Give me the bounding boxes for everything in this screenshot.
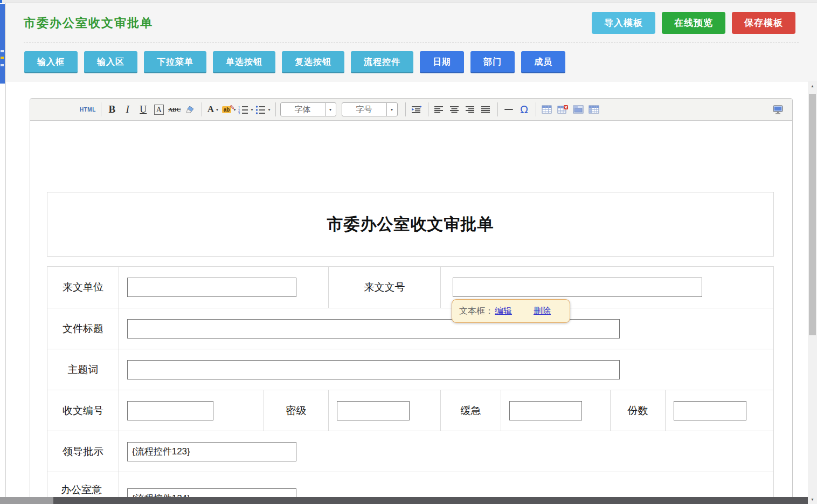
remove-format-eraser-icon[interactable] [184,102,197,117]
editor-toolbar: HTML B I U A ABC A ▾ [30,99,792,121]
control-radio-button[interactable]: 单选按钮 [213,51,275,73]
underline-button[interactable]: U [137,102,150,117]
page: 市委办公室收文审批单 导入模板 在线预览 保存模板 输入框 输入区 下拉菜单 单… [5,3,817,504]
tooltip-label: 文本框： [459,306,494,317]
control-department-button[interactable]: 部门 [470,51,515,73]
insert-table-button[interactable] [541,102,553,117]
page-title: 市委办公室收文审批单 [24,15,153,31]
horizontal-rule-button[interactable] [502,102,515,117]
scroll-up-arrow-icon[interactable]: ▲ [808,81,817,91]
control-textarea-button[interactable]: 输入区 [84,51,137,73]
strikethrough-button[interactable]: ABC [168,102,181,117]
page-header: 市委办公室收文审批单 导入模板 在线预览 保存模板 输入框 输入区 下拉菜单 单… [6,3,817,82]
italic-button[interactable]: I [121,102,134,117]
highlight-color-button[interactable]: ab✎ ▾ [222,102,236,117]
align-justify-button[interactable] [480,102,493,117]
table-row: 来文单位 来文文号 [47,267,773,308]
label-leader-instructions: 领导批示 [47,431,119,472]
control-checkbox-button[interactable]: 复选按钮 [282,51,344,73]
cell [119,390,264,431]
label-urgency: 缓急 [441,390,501,431]
ordered-list-button[interactable]: 1 2 3 ▾ [238,102,253,117]
table-row: 收文编号 密级 缓急 份数 [47,390,773,431]
online-preview-button[interactable]: 在线预览 [662,12,725,34]
label-source-unit: 来文单位 [47,267,119,308]
save-template-button[interactable]: 保存模板 [732,12,795,34]
form-control-buttons: 输入框 输入区 下拉菜单 单选按钮 复选按钮 流程控件 日期 部门 成员 [24,51,565,73]
cell [119,308,773,349]
unordered-list-button[interactable]: ▾ [255,102,270,117]
table-row: 文件标题 [47,308,773,349]
control-input-box-button[interactable]: 输入框 [24,51,78,73]
align-left-button[interactable] [433,102,446,117]
control-date-button[interactable]: 日期 [420,51,464,73]
font-color-button[interactable]: A ▾ [206,102,219,117]
keywords-input[interactable] [127,360,620,379]
label-document-title: 文件标题 [47,308,119,349]
table-properties-button[interactable] [572,102,585,117]
richtext-editor: HTML B I U A ABC A ▾ [30,98,793,504]
ordered-list-icon: 1 2 3 [238,105,248,114]
vertical-scrollbar[interactable]: ▲ ▼ [808,81,817,504]
control-flow-widget-button[interactable]: 流程控件 [351,51,413,73]
edit-link[interactable]: 编辑 [495,306,512,317]
bold-button[interactable]: B [106,102,119,117]
table-icon [542,105,552,114]
cell [501,390,611,431]
label-copies: 份数 [611,390,666,431]
field-action-tooltip: 文本框： 编辑 删除 [452,299,570,323]
special-character-button[interactable]: Ω [518,102,531,117]
dashed-divider [24,42,799,43]
header-actions: 导入模板 在线预览 保存模板 [592,12,795,34]
receipt-number-input[interactable] [127,401,213,420]
svg-text:3: 3 [238,112,240,114]
screen: 市委办公室收文审批单 导入模板 在线预览 保存模板 输入框 输入区 下拉菜单 单… [0,0,817,504]
cell-properties-button[interactable] [587,102,600,117]
source-code-button[interactable]: HTML [80,102,96,117]
align-left-icon [434,106,444,113]
scrollbar-thumb[interactable] [809,94,816,335]
label-secrecy-level: 密级 [264,390,329,431]
label-document-number: 来文文号 [329,267,441,308]
document-number-input[interactable] [453,278,702,297]
font-attributes-button[interactable]: A [153,102,165,117]
document-title-row: 市委办公室收文审批单 [47,192,774,257]
delete-link[interactable]: 删除 [534,306,551,317]
cell [329,390,441,431]
scroll-down-arrow-icon[interactable]: ▼ [808,494,817,504]
urgency-input[interactable] [509,401,582,420]
select-arrow-button[interactable]: ▾ [325,103,336,116]
strip-mark [1,64,4,66]
font-size-select[interactable]: 字号 ▾ [342,102,398,116]
highlight-ab-icon: ab✎ [222,106,232,113]
chevron-down-icon: ▾ [329,107,331,112]
indent-button[interactable] [410,102,423,117]
font-family-select[interactable]: 字体 ▾ [280,102,336,116]
secrecy-level-input[interactable] [337,401,410,420]
monitor-icon [773,105,783,114]
toolbar-separator [536,102,536,116]
cell [119,431,773,472]
copies-input[interactable] [674,401,746,420]
chevron-down-icon: ▾ [216,107,218,112]
cell [119,349,773,390]
source-unit-input[interactable] [127,278,296,297]
align-center-button[interactable] [448,102,461,117]
fullscreen-button[interactable] [771,102,784,117]
horizontal-rule-icon [504,109,513,110]
table-delete-icon [557,105,568,114]
import-template-button[interactable]: 导入模板 [592,12,655,34]
strip-mark [1,50,4,52]
table-grid-icon [588,105,599,114]
align-right-button[interactable] [464,102,477,117]
select-arrow-button[interactable]: ▾ [386,103,397,116]
control-member-button[interactable]: 成员 [521,51,565,73]
control-dropdown-button[interactable]: 下拉菜单 [144,51,206,73]
leader-instructions-input[interactable] [127,442,296,461]
toolbar-separator [428,102,428,116]
delete-table-button[interactable] [556,102,569,117]
cell [666,390,773,431]
editor-document[interactable]: 市委办公室收文审批单 来文单位 来文文号 文件标题 [30,121,792,504]
edge-notch [0,0,2,3]
toolbar-separator [202,102,202,116]
